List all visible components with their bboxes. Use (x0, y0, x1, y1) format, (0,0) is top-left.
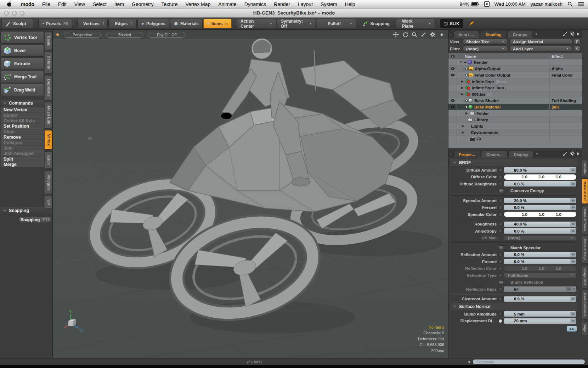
value-spinner[interactable] (570, 168, 576, 172)
work-plane-dropdown[interactable]: Work Plane▼ (396, 19, 435, 28)
menu-edit[interactable]: Edit (54, 1, 70, 7)
tab-image-still[interactable]: Image Still (582, 265, 588, 289)
chevron-down-icon[interactable]: ▼ (536, 152, 538, 156)
tab-uv[interactable]: UV (45, 196, 52, 209)
value-spinner[interactable] (570, 259, 576, 264)
more-options-button[interactable]: >> (566, 326, 577, 332)
viewport-camera-button[interactable]: Perspective (64, 32, 101, 38)
menu-app-name[interactable]: modo (17, 1, 38, 7)
tab-user-channels[interactable]: User Channels (582, 290, 588, 320)
reflection-amount-input[interactable]: 0.0 % (504, 252, 576, 257)
tab-material-ref[interactable]: Material Ref (582, 178, 588, 204)
envelope-ring[interactable] (565, 206, 569, 210)
expand-arrow-icon[interactable] (577, 32, 580, 36)
command-center-all-axis[interactable]: Center All Axis (1, 118, 44, 124)
tab-mesh-edit[interactable]: Mesh Edit (45, 102, 52, 128)
displacement-distance-input[interactable]: 20 mm (504, 318, 576, 324)
expander-closed-icon[interactable]: ▶ (465, 112, 468, 115)
menu-help[interactable]: Help (341, 1, 359, 7)
gear-icon[interactable] (570, 32, 575, 36)
value-spinner[interactable] (570, 312, 576, 316)
command-join[interactable]: Join (1, 146, 44, 151)
tab-handle[interactable]: Handle (582, 159, 588, 177)
uv-map-dropdown[interactable]: (none) ▼ (504, 235, 576, 241)
expander-closed-icon[interactable]: ▶ (460, 93, 464, 96)
window-minimize-button[interactable] (12, 11, 17, 16)
texture-dot[interactable] (498, 182, 503, 186)
command-collapse[interactable]: Collapse (1, 140, 44, 145)
command-merge[interactable]: Merge (1, 162, 44, 167)
panel-thumb-icon[interactable] (450, 34, 452, 36)
symmetry-dropdown[interactable]: Symmetry: Off▼ (277, 19, 316, 28)
shader-row-environments[interactable]: ▶ Environments (448, 129, 582, 136)
mode-edges-button[interactable]: Edges 2 (108, 19, 137, 28)
conserve-energy-toggle[interactable] (498, 189, 508, 193)
window-zoom-button[interactable] (20, 11, 24, 16)
menu-select[interactable]: Select (89, 1, 111, 7)
command-set-position[interactable]: Set Position (1, 124, 44, 129)
shader-row-006-lxe[interactable]: ▶ 006.lxe (2) (448, 91, 582, 97)
specular-color-input[interactable]: 1.0 1.0 1.0 (504, 212, 576, 217)
diffuse-roughness-input[interactable]: 0.0 % (504, 181, 576, 186)
bump-amplitude-input[interactable]: 5 mm (504, 311, 576, 317)
visibility-eye-icon[interactable] (448, 97, 457, 104)
tab-basic[interactable]: Basic (45, 32, 52, 50)
menu-render[interactable]: Render (270, 1, 294, 7)
command-new-vertex[interactable]: New Vertex (1, 107, 44, 113)
envelope-ring[interactable] (565, 253, 569, 257)
texture-dot[interactable] (498, 229, 503, 233)
texture-dot[interactable] (498, 198, 503, 203)
axis-gizmo[interactable]: Y Z (61, 310, 90, 334)
visibility-eye-icon[interactable] (448, 72, 457, 78)
shader-row-base-shader[interactable]: Base Shader Full Shading (448, 97, 582, 104)
battery-status[interactable]: 94% (460, 1, 479, 7)
slik-button[interactable]: SLIK (440, 19, 463, 28)
visibility-eye-icon[interactable] (448, 104, 457, 110)
tool-drag-weld[interactable]: Drag Weld (1, 84, 44, 96)
diffuse-amount-input[interactable]: 80.0 % (504, 167, 576, 173)
mode-materials-button[interactable]: Materials (170, 19, 203, 28)
spotlight-search-icon[interactable] (567, 1, 573, 7)
texture-dot[interactable] (498, 222, 503, 227)
specular-fresnel-input[interactable]: 0.0 % (504, 205, 576, 210)
expander-closed-icon[interactable]: ▶ (461, 131, 465, 134)
action-center-dropdown[interactable]: Action Center▼ (237, 19, 276, 28)
snapping-button[interactable]: Snapping (357, 19, 395, 28)
tool-bevel[interactable]: Bevel (1, 44, 44, 57)
texture-dot[interactable] (498, 319, 503, 323)
tab-properties[interactable]: Proper... (453, 151, 480, 158)
maximize-icon[interactable] (420, 32, 426, 38)
envelope-ring[interactable] (565, 199, 569, 202)
commands-section-header[interactable]: ▼ Commands (1, 100, 44, 107)
zoom-icon[interactable] (411, 32, 417, 38)
tool-vertex-tool[interactable]: Vertex Tool (1, 31, 44, 44)
tab-display[interactable]: Display (508, 151, 533, 158)
gear-icon[interactable] (430, 32, 436, 38)
f-button[interactable]: F (574, 39, 581, 45)
roughness-input[interactable]: 40.0 % (504, 222, 576, 227)
value-spinner[interactable] (566, 287, 571, 291)
diffuse-color-input[interactable]: 1.0 1.0 1.0 (504, 174, 576, 180)
shader-row-base-material[interactable]: Base Material (all) (448, 104, 582, 110)
texture-dot[interactable] (498, 297, 503, 301)
texture-dot[interactable] (498, 273, 503, 278)
presets-button[interactable]: Presets F6 (38, 19, 72, 28)
value-spinner[interactable] (570, 229, 576, 233)
shader-row-library[interactable]: Library (448, 117, 582, 123)
menu-layout[interactable]: Layout (294, 1, 317, 7)
reflection-fresnel-input[interactable]: 0.0 % (504, 259, 576, 264)
value-spinner[interactable] (570, 319, 576, 323)
window-close-button[interactable] (4, 11, 9, 16)
tab-material-rays[interactable]: Material Rays (582, 235, 588, 263)
texture-dot[interactable] (498, 312, 503, 316)
menu-system[interactable]: System (317, 1, 341, 7)
shader-row-infinte-floor[interactable]: ▶ infinte floor (Item) (448, 78, 582, 85)
pan-icon[interactable] (393, 32, 399, 38)
shader-row-final-color-output[interactable]: Final Color Output Final Color (448, 72, 582, 78)
value-spinner[interactable] (570, 297, 576, 301)
reflection-color-input[interactable]: 1.0 1.0 1.0 (504, 266, 576, 271)
expander-closed-icon[interactable]: ▶ (460, 80, 464, 83)
expander-open-icon[interactable]: ▼ (459, 61, 463, 64)
detach-panel-icon[interactable] (563, 151, 567, 156)
panel-thumb-icon[interactable] (450, 154, 452, 156)
